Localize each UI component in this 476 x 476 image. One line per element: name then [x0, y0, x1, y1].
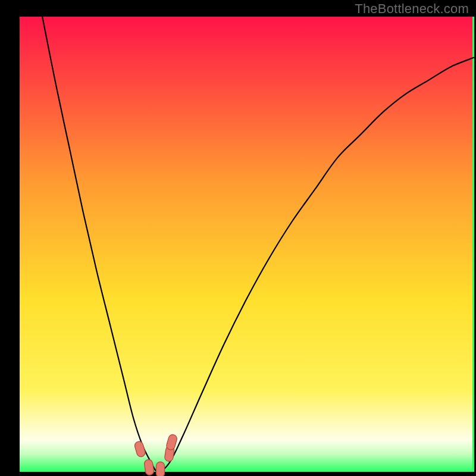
curve-marker — [156, 462, 165, 476]
watermark-text: TheBottleneck.com — [355, 1, 469, 17]
chart-frame: TheBottleneck.com — [0, 0, 476, 476]
right-green-strip — [472, 17, 474, 472]
plot-background — [20, 17, 474, 472]
chart-svg — [0, 0, 476, 476]
